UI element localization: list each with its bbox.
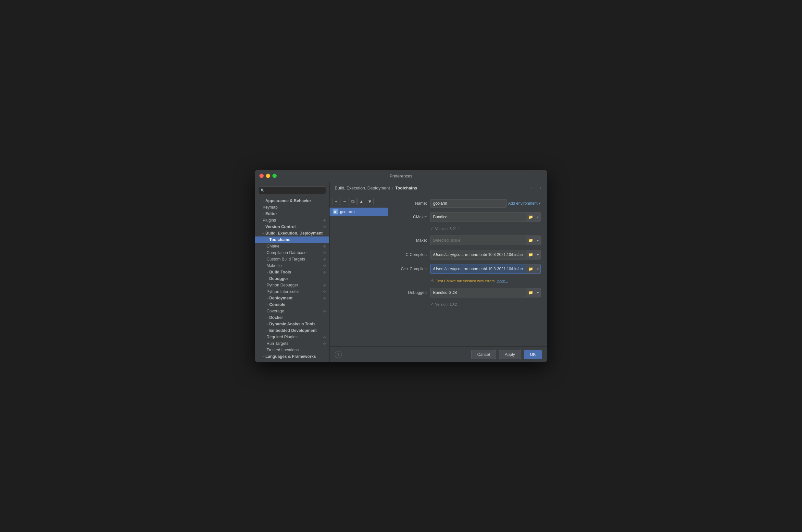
sidebar-item-keymap[interactable]: Keymap (255, 204, 329, 211)
gear-icon: ⚙ (323, 342, 326, 345)
cmake-dropdown-button[interactable]: ▾ (535, 212, 540, 222)
make-dropdown-button[interactable]: ▾ (535, 236, 540, 245)
add-toolchain-button[interactable]: + (332, 198, 340, 205)
cmake-version-text: Version: 3.21.1 (435, 227, 460, 231)
debugger-version-check-icon: ✓ (430, 302, 434, 307)
debugger-select[interactable]: Bundled GDB (431, 289, 526, 297)
cmake-select-container: Bundled 📁 ▾ (430, 212, 541, 222)
gear-icon: ⚙ (323, 218, 326, 222)
minimize-button[interactable] (266, 174, 270, 178)
ok-button[interactable]: OK (524, 350, 542, 359)
warning-icon: ⚠ (430, 278, 434, 283)
toolchain-item[interactable]: ▶ gcc-arm (330, 208, 388, 216)
name-label: Name: (395, 201, 427, 206)
sidebar-item-label: Appearance & Behavior (265, 198, 311, 203)
sidebar-item-custom-build-targets[interactable]: Custom Build Targets ⚙ (255, 256, 329, 262)
search-box[interactable]: 🔍 (258, 187, 326, 194)
forward-button[interactable]: → (537, 185, 542, 190)
sidebar-item-required-plugins[interactable]: Required Plugins ⚙ (255, 334, 329, 340)
cmake-folder-button[interactable]: 📁 (526, 212, 535, 222)
name-input[interactable] (430, 199, 507, 208)
sidebar-item-deployment[interactable]: › Deployment ⚙ (255, 295, 329, 301)
debugger-folder-button[interactable]: 📁 (526, 288, 535, 297)
gear-icon: ⚙ (323, 251, 326, 255)
sidebar-item-embedded-dev[interactable]: › Embedded Development (255, 327, 329, 334)
sidebar-item-run-targets[interactable]: Run Targets ⚙ (255, 340, 329, 347)
sidebar-item-build-tools[interactable]: › Build Tools ⚙ (255, 269, 329, 276)
cpp-compiler-input[interactable] (431, 265, 526, 273)
back-button[interactable]: ← (530, 185, 535, 190)
chevron-icon: › (261, 233, 265, 233)
copy-toolchain-button[interactable]: ⧉ (349, 198, 357, 205)
debugger-dropdown-button[interactable]: ▾ (535, 288, 540, 297)
c-compiler-input[interactable] (431, 251, 526, 259)
right-panel: Build, Execution, Deployment › Toolchain… (330, 182, 547, 362)
bottom-bar: ? Cancel Apply OK (330, 346, 547, 362)
sidebar-item-appearance[interactable]: › Appearance & Behavior (255, 197, 329, 204)
cmake-version-line: ✓ Version: 3.21.1 (395, 226, 541, 231)
sidebar-item-dynamic-analysis-tools[interactable]: › Dynamic Analysis Tools (255, 321, 329, 327)
help-button[interactable]: ? (335, 351, 342, 358)
cmake-select[interactable]: Bundled (431, 213, 526, 221)
toolbar-buttons: + − ⧉ ▲ ▼ (330, 196, 388, 208)
action-buttons: Cancel Apply OK (471, 350, 542, 359)
add-environment-button[interactable]: Add environment ▾ (508, 201, 541, 206)
sidebar-item-build-exec-deploy[interactable]: › Build, Execution, Deployment (255, 230, 329, 236)
c-compiler-folder-button[interactable]: 📁 (526, 250, 535, 259)
search-input[interactable] (258, 187, 326, 194)
c-compiler-container: 📁 ▾ (430, 250, 541, 260)
sidebar-item-python-debugger[interactable]: Python Debugger ⚙ (255, 282, 329, 288)
sidebar-item-trusted-locations[interactable]: Trusted Locations (255, 347, 329, 353)
sidebar-item-label: Docker (269, 315, 283, 320)
apply-button[interactable]: Apply (499, 350, 521, 359)
cmake-label: CMake: (395, 215, 427, 219)
cpp-compiler-folder-button[interactable]: 📁 (526, 264, 535, 273)
sidebar-item-cmake[interactable]: CMake ⚙ (255, 243, 329, 249)
gear-icon: ⚙ (323, 264, 326, 268)
sidebar-item-label: Deployment (269, 296, 293, 300)
sidebar-item-toolchains[interactable]: › Toolchains (255, 236, 329, 243)
maximize-button[interactable] (272, 174, 277, 178)
title-bar: Preferences (255, 170, 547, 182)
make-input[interactable] (431, 236, 526, 244)
sidebar-item-debugger[interactable]: › Debugger (255, 276, 329, 282)
cpp-compiler-dropdown-button[interactable]: ▾ (535, 264, 540, 273)
sidebar-item-label: Build Tools (269, 270, 291, 274)
sidebar-item-docker[interactable]: › Docker (255, 314, 329, 321)
sidebar-item-console[interactable]: › Console (255, 301, 329, 308)
cpp-compiler-row: C++ Compiler: 📁 ▾ (395, 264, 541, 274)
sidebar-item-label: Python Debugger (267, 283, 298, 287)
breadcrumb-separator: › (392, 186, 393, 190)
sidebar-item-label: Languages & Frameworks (265, 354, 316, 359)
chevron-icon: › (267, 277, 268, 281)
sidebar-item-label: Compilation Database (267, 250, 307, 255)
close-button[interactable] (259, 174, 263, 178)
sidebar-item-label: Trusted Locations (267, 348, 299, 352)
traffic-lights (259, 174, 277, 178)
sidebar-item-makefile[interactable]: Makefile ⚙ (255, 262, 329, 269)
chevron-icon: › (263, 355, 263, 358)
sidebar-item-version-control[interactable]: › Version Control ⚙ (255, 224, 329, 230)
sidebar-item-label: Keymap (263, 205, 278, 210)
cpp-compiler-label: C++ Compiler: (395, 267, 427, 271)
sidebar-item-label: Coverage (267, 309, 284, 314)
remove-toolchain-button[interactable]: − (341, 198, 348, 205)
warning-more-link[interactable]: more... (496, 279, 508, 283)
sidebar-item-label: Editor (265, 211, 277, 216)
gear-icon: ⚙ (323, 297, 326, 300)
sidebar-item-plugins[interactable]: Plugins ⚙ (255, 217, 329, 224)
cpp-compiler-container: 📁 ▾ (430, 264, 541, 274)
make-folder-button[interactable]: 📁 (526, 236, 535, 245)
gear-icon: ⚙ (323, 309, 326, 313)
sidebar-item-compilation-database[interactable]: Compilation Database ⚙ (255, 249, 329, 256)
cancel-button[interactable]: Cancel (471, 350, 496, 359)
toolchain-list-area: + − ⧉ ▲ ▼ ▶ gcc-arm (330, 194, 388, 346)
sidebar-item-languages-frameworks[interactable]: › Languages & Frameworks (255, 353, 329, 360)
sidebar-item-editor[interactable]: › Editor (255, 211, 329, 217)
move-up-button[interactable]: ▲ (358, 198, 365, 205)
sidebar-item-coverage[interactable]: Coverage ⚙ (255, 308, 329, 314)
move-down-button[interactable]: ▼ (366, 198, 374, 205)
dialog-title: Preferences (390, 174, 412, 178)
c-compiler-dropdown-button[interactable]: ▾ (535, 250, 540, 259)
sidebar-item-python-interpreter[interactable]: Python Interpreter ⚙ (255, 288, 329, 295)
